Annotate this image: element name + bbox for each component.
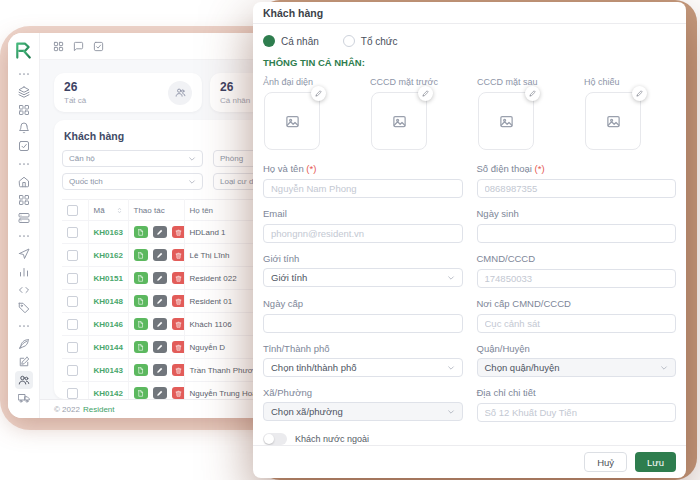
view-file-button[interactable] [134,295,148,307]
grid-icon[interactable] [53,41,64,52]
gioi-tinh-select[interactable]: Giới tính [263,268,463,287]
task-icon[interactable] [93,41,104,52]
task-icon[interactable] [18,140,30,152]
sidebar [8,33,40,418]
view-file-button[interactable] [134,387,148,399]
foreigner-toggle[interactable] [263,433,287,445]
delete-row-button[interactable] [172,318,184,330]
customer-code: KH0151 [88,267,128,290]
dots-icon[interactable] [18,230,30,242]
edit-row-button[interactable] [153,387,167,399]
radio-ca-nhan[interactable]: Cá nhân [263,35,319,47]
quan-huyen-select[interactable]: Chọn quận/huyện [477,358,677,377]
chat-icon[interactable] [73,41,84,52]
delete-row-button[interactable] [172,387,184,399]
cancel-button[interactable]: Huỷ [584,452,627,472]
edit-row-button[interactable] [153,295,167,307]
xa-phuong-select[interactable]: Chọn xã/phường [263,402,463,421]
stat-card-total: 26 Tất cả [54,73,202,112]
edit-icon[interactable] [18,356,30,368]
brand-link[interactable]: Resident [83,405,115,414]
dots-icon[interactable] [18,158,30,170]
field-ngay-sinh: Ngày sinh [477,208,677,243]
edit-row-button[interactable] [153,226,167,238]
edit-photo-button[interactable] [632,86,647,101]
truck-icon[interactable] [18,392,30,404]
delete-row-button[interactable] [172,272,184,284]
grid-icon[interactable] [18,194,30,206]
row-checkbox[interactable] [67,319,78,330]
pen-icon[interactable] [18,338,30,350]
layers-icon[interactable] [18,86,30,98]
email-input[interactable] [263,224,463,243]
dots-icon[interactable] [18,68,30,80]
upload-dropzone[interactable] [585,92,641,150]
select-all-checkbox[interactable] [67,205,78,216]
nav-icon[interactable] [18,248,30,260]
ngay-sinh-input[interactable] [477,224,677,243]
sort-icon[interactable] [116,207,123,214]
delete-row-button[interactable] [172,341,184,353]
edit-row-button[interactable] [153,272,167,284]
app-logo[interactable] [14,40,33,59]
delete-row-button[interactable] [172,364,184,376]
upload-dropzone[interactable] [478,92,534,150]
ho-va-ten-input[interactable] [263,179,463,198]
delete-row-button[interactable] [172,226,184,238]
row-checkbox[interactable] [67,365,78,376]
server-icon[interactable] [18,212,30,224]
upload-field: Hộ chiếu [584,77,686,150]
users-icon[interactable] [15,371,33,389]
section-title: THÔNG TIN CÁ NHÂN: [263,57,676,68]
save-button[interactable]: Lưu [635,452,676,472]
cmnd-input[interactable] [477,269,677,288]
edit-row-button[interactable] [153,341,167,353]
view-file-button[interactable] [134,341,148,353]
row-checkbox[interactable] [67,273,78,284]
edit-row-button[interactable] [153,364,167,376]
image-icon [606,114,621,129]
upload-field: CCCD mặt sau [477,77,584,150]
edit-photo-button[interactable] [311,86,326,101]
delete-row-button[interactable] [172,249,184,261]
row-checkbox[interactable] [67,296,78,307]
modal-footer: Huỷ Lưu [253,445,686,478]
view-file-button[interactable] [134,318,148,330]
edit-row-button[interactable] [153,318,167,330]
upload-dropzone[interactable] [264,92,320,150]
row-checkbox[interactable] [67,227,78,238]
delete-row-button[interactable] [172,295,184,307]
view-file-button[interactable] [134,226,148,238]
view-file-button[interactable] [134,364,148,376]
ngay-cap-input[interactable] [263,314,463,333]
image-icon [392,114,407,129]
radio-to-chuc[interactable]: Tổ chức [343,35,398,47]
stat-total-label: Tất cả [64,96,86,105]
tag-icon[interactable] [18,302,30,314]
row-checkbox[interactable] [67,388,78,399]
grid-icon[interactable] [18,104,30,116]
filter-quoc-tich-select[interactable]: Quốc tịch [62,173,203,190]
tinh-thanh-pho-select[interactable]: Chọn tỉnh/thành phố [263,358,463,377]
noi-cap-input[interactable] [477,314,677,333]
edit-photo-button[interactable] [418,86,433,101]
so-dien-thoai-input[interactable] [477,179,677,198]
bell-icon[interactable] [18,122,30,134]
field-dia-chi: Địa chỉ chi tiết [477,387,677,422]
view-file-button[interactable] [134,272,148,284]
code-icon[interactable] [18,284,30,296]
home-icon[interactable] [18,176,30,188]
upload-field: CCCD mặt trước [370,77,477,150]
chevron-down-icon [188,178,196,186]
row-checkbox[interactable] [67,250,78,261]
chart-icon[interactable] [18,266,30,278]
row-checkbox[interactable] [67,342,78,353]
edit-photo-button[interactable] [525,86,540,101]
dots-icon[interactable] [18,320,30,332]
edit-row-button[interactable] [153,249,167,261]
upload-dropzone[interactable] [371,92,427,150]
column-header-code[interactable]: Mã [94,206,105,215]
dia-chi-input[interactable] [477,403,677,422]
filter-can-ho-select[interactable]: Căn hộ [62,150,203,167]
view-file-button[interactable] [134,249,148,261]
